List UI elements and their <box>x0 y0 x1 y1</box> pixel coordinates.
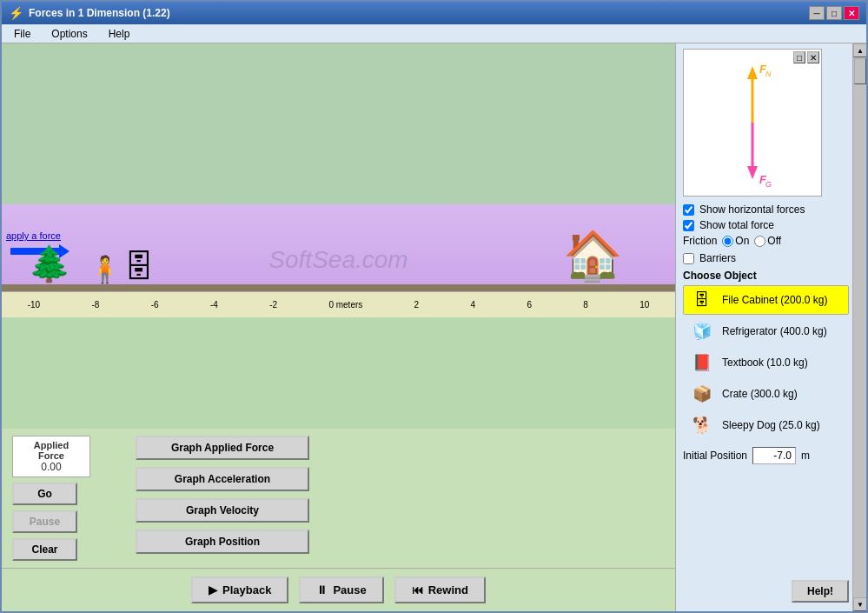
crate-icon: 📦 <box>689 383 715 404</box>
file-cabinet-icon: 🗄 <box>689 290 715 310</box>
show-horizontal-forces-row: Show horizontal forces <box>683 203 849 216</box>
object-item-sleepy-dog[interactable]: 🐕 Sleepy Dog (25.0 kg) <box>683 410 849 440</box>
ruler-mark-8: 8 <box>583 300 588 310</box>
scroll-down-button[interactable]: ▼ <box>853 597 866 611</box>
house-object: 🏠 <box>563 228 623 284</box>
show-total-force-checkbox[interactable] <box>683 220 694 231</box>
controls-area: Applied Force 0.00 Go Pause Clear Graph … <box>2 429 675 568</box>
barriers-row: Barriers <box>683 252 849 264</box>
force-diagram-svg: F N F G <box>700 57 805 188</box>
help-button[interactable]: Help! <box>792 580 849 603</box>
right-panel: □ ✕ F N F G <box>675 43 866 611</box>
ruler-mark-2: 2 <box>414 300 420 310</box>
pause-button[interactable]: Pause <box>12 510 77 533</box>
apply-force-label[interactable]: apply a force <box>6 230 61 241</box>
graph-acceleration-button[interactable]: Graph Acceleration <box>136 467 309 491</box>
app-window: ⚡ Forces in 1 Dimension (1.22) ─ □ ✕ Fil… <box>0 0 868 613</box>
menu-file[interactable]: File <box>9 26 36 42</box>
ruler-mark-n10: -10 <box>28 300 40 310</box>
graph-position-button[interactable]: Graph Position <box>136 530 309 554</box>
initial-position-row: Initial Position m <box>683 447 849 470</box>
sky-area <box>2 43 675 204</box>
object-list: 🗄 File Cabinet (200.0 kg) 🧊 Refrigerator… <box>683 285 849 440</box>
right-scrollbar[interactable]: ▲ ▼ <box>852 43 866 611</box>
ruler-mark-n8: -8 <box>91 300 99 310</box>
textbook-label: Textbook (10.0 kg) <box>722 356 808 369</box>
fg-subscript: G <box>765 180 772 189</box>
ruler-mark-6: 6 <box>527 300 532 310</box>
close-button[interactable]: ✕ <box>844 6 859 20</box>
watermark: SoftSea.com <box>268 246 407 274</box>
rewind-button[interactable]: ⏮ Rewind <box>394 576 486 603</box>
barriers-label[interactable]: Barriers <box>699 252 736 264</box>
object-item-file-cabinet[interactable]: 🗄 File Cabinet (200.0 kg) <box>683 285 849 315</box>
simulation-area: apply a force 🌲 🧍 🗄 🏠 SoftSea.com <box>2 43 675 429</box>
pause-label: Pause <box>333 583 366 596</box>
ruler-mark-4: 4 <box>471 300 476 310</box>
app-icon: ⚡ <box>9 6 23 20</box>
object-item-refrigerator[interactable]: 🧊 Refrigerator (400.0 kg) <box>683 316 849 346</box>
clear-button[interactable]: Clear <box>12 538 77 561</box>
friction-on-label[interactable]: On <box>722 235 749 247</box>
diagram-close-button[interactable]: ✕ <box>807 51 819 63</box>
refrigerator-label: Refrigerator (400.0 kg) <box>722 325 827 337</box>
menu-options[interactable]: Options <box>46 26 92 42</box>
window-title: Forces in 1 Dimension (1.22) <box>29 7 170 19</box>
menubar: File Options Help <box>2 24 866 43</box>
playback-bar: ▶ Playback ⏸ Pause ⏮ Rewind <box>2 568 675 611</box>
show-total-force-label[interactable]: Show total force <box>699 219 774 231</box>
ruler-mark-n2: -2 <box>269 300 277 310</box>
center-controls: Graph Applied Force Graph Acceleration G… <box>136 436 309 554</box>
tree-object: 🌲 <box>28 243 71 284</box>
playback-label: Playback <box>222 583 271 596</box>
friction-off-label[interactable]: Off <box>754 235 781 247</box>
cabinet-object: 🗄 <box>123 250 154 284</box>
textbook-icon: 📕 <box>689 352 715 373</box>
menu-help[interactable]: Help <box>103 26 136 42</box>
go-button[interactable]: Go <box>12 483 77 505</box>
friction-label: Friction <box>683 235 717 247</box>
sleepy-dog-label: Sleepy Dog (25.0 kg) <box>722 419 820 431</box>
scroll-thumb[interactable] <box>854 58 866 84</box>
friction-on-radio[interactable] <box>722 236 733 247</box>
pause-icon: ⏸ <box>316 583 328 596</box>
track-floor <box>2 284 675 291</box>
playback-pause-button[interactable]: ⏸ Pause <box>299 576 383 603</box>
window-controls: ─ □ ✕ <box>809 6 859 20</box>
friction-off-radio[interactable] <box>754 236 765 247</box>
force-diagram: □ ✕ F N F G <box>683 49 822 197</box>
person-object: 🧍 <box>89 254 121 284</box>
initial-position-label: Initial Position <box>683 450 747 462</box>
applied-force-display: Applied Force 0.00 <box>12 436 90 477</box>
ruler-bar: -10 -8 -6 -4 -2 0 meters 2 4 6 8 10 <box>2 291 675 317</box>
minimize-button[interactable]: ─ <box>809 6 825 20</box>
graph-velocity-button[interactable]: Graph Velocity <box>136 498 309 523</box>
titlebar-left: ⚡ Forces in 1 Dimension (1.22) <box>9 6 170 20</box>
show-horizontal-forces-label[interactable]: Show horizontal forces <box>699 203 805 216</box>
left-controls: Applied Force 0.00 Go Pause Clear <box>12 436 125 561</box>
rewind-label: Rewind <box>428 583 468 596</box>
titlebar: ⚡ Forces in 1 Dimension (1.22) ─ □ ✕ <box>2 2 866 24</box>
playback-button[interactable]: ▶ Playback <box>191 576 288 603</box>
svg-marker-3 <box>747 166 758 179</box>
ruler-mark-0: 0 meters <box>328 300 362 310</box>
ruler-mark-n6: -6 <box>151 300 159 310</box>
scroll-up-button[interactable]: ▲ <box>853 43 866 57</box>
fn-subscript: N <box>765 70 772 78</box>
initial-position-input[interactable] <box>752 447 796 464</box>
graph-applied-force-button[interactable]: Graph Applied Force <box>136 436 309 460</box>
play-icon: ▶ <box>209 583 217 596</box>
maximize-button[interactable]: □ <box>826 6 842 20</box>
show-horizontal-forces-checkbox[interactable] <box>683 204 694 216</box>
svg-marker-1 <box>747 66 758 79</box>
barriers-checkbox[interactable] <box>683 253 694 264</box>
object-item-crate[interactable]: 📦 Crate (300.0 kg) <box>683 379 849 409</box>
rewind-icon: ⏮ <box>412 583 423 596</box>
track-scene: apply a force 🌲 🧍 🗄 🏠 SoftSea.com <box>2 204 675 317</box>
file-cabinet-label: File Cabinet (200.0 kg) <box>722 294 827 306</box>
crate-label: Crate (300.0 kg) <box>722 388 798 400</box>
diagram-restore-button[interactable]: □ <box>793 51 805 63</box>
object-item-textbook[interactable]: 📕 Textbook (10.0 kg) <box>683 348 849 377</box>
ruler-mark-10: 10 <box>639 300 649 310</box>
left-panel: apply a force 🌲 🧍 🗄 🏠 SoftSea.com <box>2 43 675 611</box>
